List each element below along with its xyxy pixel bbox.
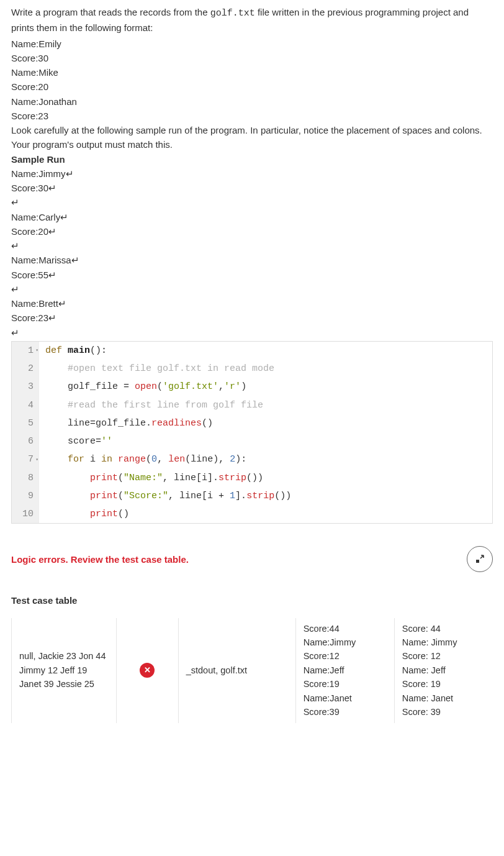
expected-line: Score:12: [304, 649, 387, 663]
line-number: 1▾: [12, 342, 39, 360]
example-line: Name:Jonathan: [11, 94, 493, 109]
code-line[interactable]: 8 print("Name:", line[i].strip()): [12, 469, 492, 487]
sample-run-line: Score:55↵: [11, 268, 493, 282]
code-content[interactable]: line=golf_file.readlines(): [39, 414, 492, 432]
actual-line: Name: Jeff: [402, 663, 485, 677]
example-line: Score:30: [11, 51, 493, 65]
example-line: Name:Mike: [11, 65, 493, 80]
line-number: 8: [12, 469, 39, 487]
code-line[interactable]: 9 print("Score:", line[i + 1].strip()): [12, 487, 492, 505]
note-paragraph: Look carefully at the following sample r…: [11, 123, 493, 152]
code-line[interactable]: 10 print(): [12, 505, 492, 523]
error-message: Logic errors. Review the test case table…: [11, 552, 189, 567]
tc-actual-col: Score: 44Name: JimmyScore: 12Name: JeffS…: [394, 618, 493, 723]
code-line[interactable]: 7▾ for i in range(0, len(line), 2):: [12, 450, 492, 468]
code-content[interactable]: print("Name:", line[i].strip()): [39, 469, 492, 487]
actual-line: Name: Janet: [402, 691, 485, 705]
test-case-section: Test case table null, Jackie 23 Jon 44 J…: [11, 593, 493, 723]
expected-line: Name:Jeff: [304, 663, 387, 677]
line-number: 5: [12, 414, 39, 432]
actual-line: Score: 19: [402, 677, 485, 691]
test-case-title: Test case table: [11, 593, 493, 608]
line-number: 3: [12, 378, 39, 396]
tc-files-col: _stdout, golf.txt: [178, 618, 295, 723]
expand-button[interactable]: [467, 546, 493, 572]
sample-run-line: Score:20↵: [11, 224, 493, 239]
expand-icon: [475, 554, 485, 564]
actual-line: Score: 39: [402, 705, 485, 719]
line-number: 7▾: [12, 450, 39, 468]
code-line[interactable]: 1▾def main():: [12, 342, 492, 360]
sample-run-line: Name:Jimmy↵: [11, 166, 493, 181]
expected-line: Score:44: [304, 622, 387, 635]
sample-run-line: ↵: [11, 239, 493, 253]
line-number: 10: [12, 505, 39, 523]
problem-statement: Write a program that reads the records f…: [11, 5, 493, 340]
line-number: 6: [12, 432, 39, 450]
test-case-table: null, Jackie 23 Jon 44 Jimmy 12 Jeff 19 …: [11, 618, 493, 723]
tc-status-col: ✕: [116, 618, 178, 723]
actual-line: Score: 44: [402, 622, 485, 635]
fail-icon: ✕: [140, 663, 155, 678]
sample-run-label: Sample Run: [11, 154, 65, 165]
example-output: Name:EmilyScore:30Name:MikeScore:20Name:…: [11, 37, 493, 124]
code-content[interactable]: #open text file golf.txt in read mode: [39, 360, 492, 378]
sample-run-line: Name:Carly↵: [11, 210, 493, 224]
actual-line: Name: Jimmy: [402, 635, 485, 649]
intro-text-1: Write a program that reads the records f…: [11, 7, 210, 17]
example-line: Score:20: [11, 80, 493, 94]
code-line[interactable]: 6 score='': [12, 432, 492, 450]
tc-input-col: null, Jackie 23 Jon 44 Jimmy 12 Jeff 19 …: [11, 618, 116, 723]
sample-run-line: ↵: [11, 282, 493, 296]
tc-expected-col: Score:44Name:JimmyScore:12Name:JeffScore…: [295, 618, 394, 723]
expected-line: Name:Janet: [304, 691, 387, 705]
sample-run-line: ↵: [11, 195, 493, 209]
code-content[interactable]: def main():: [39, 342, 492, 360]
example-line: Name:Emily: [11, 37, 493, 51]
sample-run-line: Score:30↵: [11, 181, 493, 195]
fold-icon[interactable]: ▾: [35, 346, 38, 356]
tc-files-text: _stdout, golf.txt: [186, 663, 247, 677]
code-content[interactable]: print(): [39, 505, 492, 523]
code-content[interactable]: #read the first line from golf file: [39, 396, 492, 414]
expected-line: Score:39: [304, 705, 387, 719]
code-line[interactable]: 3 golf_file = open('golf.txt','r'): [12, 378, 492, 396]
code-content[interactable]: print("Score:", line[i + 1].strip()): [39, 487, 492, 505]
sample-run-line: Score:23↵: [11, 311, 493, 325]
sample-run-line: Name:Marissa↵: [11, 253, 493, 267]
code-content[interactable]: for i in range(0, len(line), 2):: [39, 450, 492, 468]
expected-line: Score:19: [304, 677, 387, 691]
fold-icon[interactable]: ▾: [35, 455, 38, 465]
code-line[interactable]: 4 #read the first line from golf file: [12, 396, 492, 414]
code-editor[interactable]: 1▾def main():2 #open text file golf.txt …: [11, 341, 493, 524]
code-content[interactable]: golf_file = open('golf.txt','r'): [39, 378, 492, 396]
line-number: 2: [12, 360, 39, 378]
expected-line: Name:Jimmy: [304, 635, 387, 649]
line-number: 9: [12, 487, 39, 505]
example-line: Score:23: [11, 109, 493, 123]
error-row: Logic errors. Review the test case table…: [11, 546, 493, 572]
tc-input-text: null, Jackie 23 Jon 44 Jimmy 12 Jeff 19 …: [19, 649, 109, 691]
svg-rect-0: [476, 560, 479, 563]
code-content[interactable]: score='': [39, 432, 492, 450]
code-line[interactable]: 5 line=golf_file.readlines(): [12, 414, 492, 432]
line-number: 4: [12, 396, 39, 414]
code-line[interactable]: 2 #open text file golf.txt in read mode: [12, 360, 492, 378]
sample-run-line: Name:Brett↵: [11, 296, 493, 311]
sample-run-output: Name:Jimmy↵Score:30↵↵Name:Carly↵Score:20…: [11, 166, 493, 340]
sample-run-line: ↵: [11, 326, 493, 340]
intro-paragraph: Write a program that reads the records f…: [11, 5, 493, 35]
intro-filename: golf.txt: [210, 8, 255, 19]
actual-line: Score: 12: [402, 649, 485, 663]
